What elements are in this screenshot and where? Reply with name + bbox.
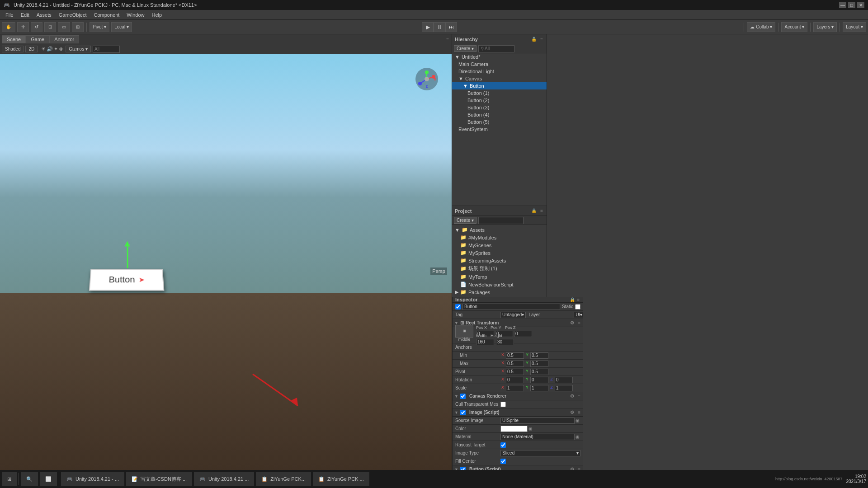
taskbar-ziyunge-item[interactable]: 📋 ZiYunGe PCK... — [256, 472, 311, 486]
rot-y-input[interactable] — [530, 377, 548, 383]
taskbar-taskview-icon[interactable]: ⬜ — [40, 472, 57, 486]
taskbar-search-icon[interactable]: 🔍 — [21, 472, 38, 486]
menu-component[interactable]: Component — [90, 11, 123, 19]
gizmos-dropdown[interactable]: Gizmos ▾ — [66, 46, 91, 52]
hierarchy-item-button3[interactable]: Button (3) — [452, 104, 547, 111]
hierarchy-item-canvas[interactable]: ▼ Canvas — [452, 75, 547, 82]
project-lock-icon[interactable]: 🔒 — [530, 208, 538, 213]
2d-button[interactable]: 2D — [25, 46, 38, 52]
taskbar-ziyunge2-item[interactable]: 📋 ZiYunGe PCK ... — [313, 472, 369, 486]
image-enabled[interactable] — [460, 410, 466, 415]
tab-game[interactable]: Game — [26, 35, 49, 43]
cull-checkbox[interactable] — [500, 402, 506, 407]
tab-animator[interactable]: Animator — [49, 35, 79, 43]
project-search-input[interactable] — [478, 217, 524, 224]
project-assets-root[interactable]: ▼ 📁 Assets — [453, 226, 546, 234]
project-item-prefab[interactable]: 📁 场景 预制 (1) — [453, 264, 546, 273]
hierarchy-item-untitled[interactable]: ▼ Untitled* — [452, 53, 547, 61]
canvas-renderer-settings-icon[interactable]: ⚙ — [569, 394, 575, 399]
material-pick-icon[interactable]: ◉ — [575, 434, 580, 439]
taskbar-csdn-item[interactable]: 📝 写文章-CSDN博客 ... — [126, 472, 192, 486]
taskbar-unity2-item[interactable]: 🎮 Unity 2018.4.21 ... — [194, 472, 254, 486]
taskbar-unity-item[interactable]: 🎮 Unity 2018.4.21 - ... — [61, 472, 124, 486]
project-menu-icon[interactable]: ≡ — [539, 208, 544, 213]
project-item-mymodules[interactable]: 📁 #MyModules — [453, 234, 546, 241]
local-dropdown[interactable]: Local ▾ — [111, 22, 132, 32]
project-item-mysprites[interactable]: 📁 MySprites — [453, 249, 546, 257]
inspector-lock-icon[interactable]: 🔒 — [569, 297, 576, 302]
project-packages-root[interactable]: ▶ 📁 Packages — [453, 288, 546, 296]
image-menu-icon[interactable]: ≡ — [577, 410, 581, 415]
anchor-min-x-input[interactable] — [506, 352, 524, 359]
maximize-button[interactable]: □ — [848, 2, 855, 8]
scale-x-input[interactable] — [506, 385, 524, 391]
hierarchy-lock-icon[interactable]: 🔒 — [530, 37, 538, 42]
hierarchy-search-input[interactable] — [478, 45, 514, 52]
rot-z-input[interactable] — [555, 377, 573, 383]
close-button[interactable]: ✕ — [857, 2, 864, 8]
rect-tool[interactable]: ▭ — [58, 22, 70, 32]
hierarchy-item-button4[interactable]: Button (4) — [452, 111, 547, 118]
menu-window[interactable]: Window — [123, 11, 148, 19]
material-dropdown[interactable]: None (Material) — [500, 434, 575, 440]
layers-button[interactable]: Layers ▾ — [813, 22, 837, 32]
hierarchy-item-eventsystem[interactable]: EventSystem — [452, 126, 547, 133]
rect-transform-settings-icon[interactable]: ⚙ — [569, 320, 575, 325]
source-image-input[interactable] — [500, 418, 575, 424]
image-color-picker[interactable] — [500, 426, 528, 432]
hierarchy-item-button1[interactable]: Button (1) — [452, 89, 547, 97]
hand-tool[interactable]: ✋ — [2, 22, 15, 32]
project-item-myscenes[interactable]: 📁 MyScenes — [453, 241, 546, 249]
scale-tool[interactable]: ⊡ — [44, 22, 56, 32]
pivot-x-input[interactable] — [506, 369, 524, 375]
hierarchy-create-button[interactable]: Create ▾ — [454, 45, 476, 52]
step-button[interactable]: ⏭ — [445, 22, 457, 32]
hierarchy-item-button2[interactable]: Button (2) — [452, 97, 547, 104]
object-active-checkbox[interactable] — [455, 304, 461, 310]
rect-transform-menu-icon[interactable]: ≡ — [577, 320, 581, 325]
menu-file[interactable]: File — [2, 11, 17, 19]
image-type-dropdown[interactable]: Sliced ▾ — [500, 450, 580, 456]
scene-search-input[interactable] — [93, 46, 120, 53]
project-item-mytemp[interactable]: 📁 MyTemp — [453, 273, 546, 281]
hierarchy-menu-icon[interactable]: ≡ — [539, 37, 544, 42]
menu-gameobject[interactable]: GameObject — [55, 11, 90, 19]
fill-center-checkbox[interactable] — [500, 459, 506, 464]
tag-dropdown[interactable]: Untagged ▾ — [500, 312, 526, 318]
raycast-checkbox[interactable] — [500, 442, 506, 448]
pivot-dropdown[interactable]: Pivot ▾ — [90, 22, 109, 32]
collab-button[interactable]: ☁ Collab ▾ — [747, 22, 775, 32]
tab-scene[interactable]: Scene — [2, 35, 26, 43]
scene-panel-menu-icon[interactable]: ≡ — [445, 37, 450, 42]
menu-help[interactable]: Help — [148, 11, 165, 19]
project-item-streaming[interactable]: 📁 StreamingAssets — [453, 257, 546, 264]
hierarchy-item-dir-light[interactable]: Directional Light — [452, 68, 547, 75]
pause-button[interactable]: ⏸ — [434, 22, 445, 32]
shaded-dropdown[interactable]: Shaded — [2, 46, 24, 52]
project-item-script[interactable]: 📄 NewBehaviourScript — [453, 281, 546, 288]
scale-z-input[interactable] — [555, 385, 573, 391]
image-color-pick-icon[interactable]: ◉ — [528, 426, 533, 431]
source-image-pick-icon[interactable]: ◉ — [575, 418, 580, 423]
rotate-tool[interactable]: ↺ — [31, 22, 42, 32]
static-checkbox[interactable] — [575, 304, 580, 310]
pivot-y-input[interactable] — [530, 369, 548, 375]
hierarchy-item-main-camera[interactable]: Main Camera — [452, 61, 547, 68]
image-settings-icon[interactable]: ⚙ — [569, 410, 575, 415]
menu-edit[interactable]: Edit — [17, 11, 33, 19]
anchor-min-y-input[interactable] — [530, 352, 548, 359]
rot-x-input[interactable] — [506, 377, 524, 383]
inspector-menu-icon[interactable]: ≡ — [576, 297, 580, 302]
anchor-max-y-input[interactable] — [530, 361, 548, 367]
hierarchy-item-button[interactable]: ▼ Button — [452, 82, 547, 89]
start-button[interactable]: ⊞ — [2, 472, 17, 486]
play-button[interactable]: ▶ — [422, 22, 434, 32]
anchor-max-x-input[interactable] — [506, 361, 524, 367]
object-name-input[interactable] — [462, 304, 560, 310]
menu-assets[interactable]: Assets — [33, 11, 55, 19]
layout-button[interactable]: Layout ▾ — [843, 22, 866, 32]
hierarchy-item-button5[interactable]: Button (5) — [452, 118, 547, 126]
project-create-button[interactable]: Create ▾ — [454, 217, 476, 224]
layer-dropdown[interactable]: UI ▾ — [574, 312, 583, 318]
minimize-button[interactable]: — — [839, 2, 846, 8]
